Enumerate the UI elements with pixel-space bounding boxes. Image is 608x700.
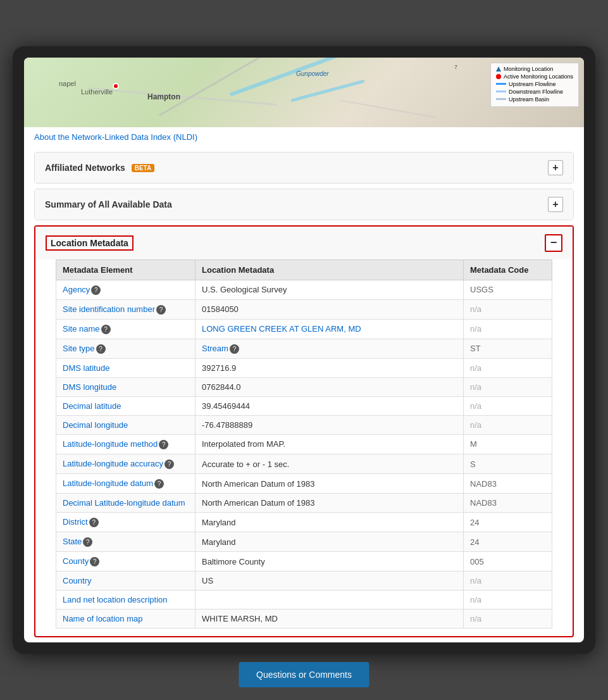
table-row: County?Baltimore County005 (56, 552, 552, 572)
metadata-value-cell: Maryland (195, 513, 464, 532)
help-icon[interactable]: ? (91, 285, 101, 295)
metadata-code-cell: n/a (464, 299, 552, 319)
metadata-code-cell: n/a (464, 591, 552, 609)
table-row: Decimal Latitude-longitude datumNorth Am… (56, 494, 552, 513)
help-icon[interactable]: ? (101, 325, 111, 334)
help-icon[interactable]: ? (83, 537, 92, 547)
metadata-element-cell: Decimal Latitude-longitude datum (56, 494, 195, 513)
table-row: Latitude-longitude accuracy?Accurate to … (56, 454, 552, 474)
metadata-element-cell: Latitude-longitude datum? (56, 474, 195, 494)
metadata-element-link[interactable]: District (63, 517, 88, 527)
table-row: District?Maryland24 (56, 513, 552, 532)
summary-title: Summary of All Available Data (45, 199, 172, 209)
metadata-element-link[interactable]: Latitude-longitude accuracy (63, 459, 163, 468)
table-row: Latitude-longitude method?Interpolated f… (56, 434, 552, 454)
beta-badge: BETA (132, 164, 154, 172)
metadata-value-cell: 01584050 (195, 299, 464, 319)
help-icon[interactable]: ? (156, 305, 166, 315)
metadata-element-cell: State? (56, 532, 195, 552)
help-icon[interactable]: ? (164, 459, 174, 469)
affiliated-networks-label: Affiliated Networks (45, 163, 125, 173)
stream-help-icon[interactable]: ? (230, 344, 239, 354)
table-row: Name of location mapWHITE MARSH, MDn/a (56, 609, 552, 628)
table-row: Site identification number?01584050n/a (56, 299, 552, 319)
affiliated-networks-title: Affiliated Networks BETA (45, 163, 154, 173)
metadata-element-cell: Land net location description (56, 591, 195, 609)
help-icon[interactable]: ? (96, 344, 106, 354)
metadata-code-cell: n/a (464, 609, 552, 628)
metadata-element-link[interactable]: Site type (63, 344, 95, 353)
metadata-element-link[interactable]: State (63, 537, 82, 546)
table-row: DMS longitude0762844.0n/a (56, 377, 552, 396)
help-icon[interactable]: ? (154, 479, 164, 489)
table-row: DMS latitude392716.9n/a (56, 358, 552, 377)
help-icon[interactable]: ? (89, 518, 99, 527)
site-name-link[interactable]: LONG GREEN CREEK AT GLEN ARM, MD (202, 324, 361, 334)
col-header-element: Metadata Element (56, 259, 195, 280)
metadata-code-cell: S (464, 454, 552, 474)
feedback-button[interactable]: Questions or Comments (239, 662, 369, 687)
metadata-element-cell: Site name? (56, 319, 195, 339)
metadata-element-link[interactable]: Latitude-longitude datum (63, 478, 153, 488)
metadata-code-cell: 24 (464, 532, 552, 552)
metadata-element-link[interactable]: Agency (63, 285, 90, 294)
metadata-element-cell: Agency? (56, 280, 195, 299)
metadata-element-link[interactable]: Site name (63, 324, 100, 334)
metadata-value-cell: LONG GREEN CREEK AT GLEN ARM, MD (195, 319, 464, 339)
location-metadata-section: Location Metadata − Metadata Element Loc… (34, 225, 574, 638)
stream-link[interactable]: Stream (202, 344, 228, 353)
metadata-element-link[interactable]: Latitude-longitude method (63, 439, 158, 449)
metadata-value-cell: Maryland (195, 532, 464, 552)
map-legend: Monitoring Location Active Monitoring Lo… (490, 63, 579, 107)
metadata-value-cell: 0762844.0 (195, 377, 464, 396)
metadata-element-link[interactable]: DMS latitude (63, 363, 109, 373)
table-row: Site name?LONG GREEN CREEK AT GLEN ARM, … (56, 319, 552, 339)
metadata-element-cell: Site type? (56, 339, 195, 358)
metadata-value-cell: Stream? (195, 339, 464, 358)
summary-header[interactable]: Summary of All Available Data + (35, 189, 573, 220)
metadata-element-link[interactable]: County (63, 556, 89, 566)
metadata-element-cell: County? (56, 552, 195, 572)
metadata-element-cell: Name of location map (56, 609, 195, 628)
affiliated-networks-toggle[interactable]: + (548, 160, 563, 175)
table-row: Latitude-longitude datum?North American … (56, 474, 552, 494)
nldi-link-container: About the Network-Linked Data Index (NLD… (24, 127, 584, 147)
metadata-code-cell: n/a (464, 396, 552, 415)
metadata-code-cell: n/a (464, 572, 552, 591)
metadata-code-cell: 24 (464, 513, 552, 532)
metadata-element-link[interactable]: Name of location map (63, 614, 142, 623)
affiliated-networks-header[interactable]: Affiliated Networks BETA + (35, 153, 573, 183)
metadata-code-cell: n/a (464, 319, 552, 339)
metadata-value-cell: 39.45469444 (195, 396, 464, 415)
location-metadata-toggle[interactable]: − (545, 234, 562, 252)
metadata-code-cell: n/a (464, 377, 552, 396)
location-metadata-header[interactable]: Location Metadata − (35, 227, 573, 259)
metadata-element-link[interactable]: Land net location description (63, 595, 168, 604)
metadata-value-cell: U.S. Geological Survey (195, 280, 464, 299)
help-icon[interactable]: ? (90, 557, 99, 566)
metadata-element-link[interactable]: Country (63, 576, 92, 585)
feedback-bar: Questions or Comments (239, 662, 369, 687)
metadata-value-cell: North American Datum of 1983 (195, 474, 464, 494)
summary-toggle[interactable]: + (548, 197, 563, 212)
metadata-element-link[interactable]: Decimal Latitude-longitude datum (63, 498, 185, 508)
metadata-code-cell: NAD83 (464, 474, 552, 494)
help-icon[interactable]: ? (159, 440, 168, 449)
col-header-metadata: Location Metadata (195, 259, 464, 280)
col-header-code: Metadata Code (464, 259, 552, 280)
metadata-value-cell: WHITE MARSH, MD (195, 609, 464, 628)
metadata-element-link[interactable]: Site identification number (63, 304, 155, 314)
table-row: CountryUSn/a (56, 572, 552, 591)
metadata-code-cell: NAD83 (464, 494, 552, 513)
metadata-element-link[interactable]: DMS longitude (63, 382, 116, 392)
table-row: Land net location descriptionn/a (56, 591, 552, 609)
nldi-link[interactable]: About the Network-Linked Data Index (NLD… (34, 132, 197, 142)
table-row: Decimal latitude39.45469444n/a (56, 396, 552, 415)
metadata-element-link[interactable]: Decimal longitude (63, 420, 128, 430)
metadata-element-cell: Latitude-longitude method? (56, 434, 195, 454)
metadata-value-cell: Baltimore County (195, 552, 464, 572)
device-frame: napel Lutherville Hampton Gunpowder 7 Mo… (13, 46, 595, 654)
metadata-table-container: Metadata Element Location Metadata Metad… (35, 259, 573, 637)
location-metadata-title: Location Metadata (46, 235, 133, 251)
metadata-element-link[interactable]: Decimal latitude (63, 401, 121, 411)
